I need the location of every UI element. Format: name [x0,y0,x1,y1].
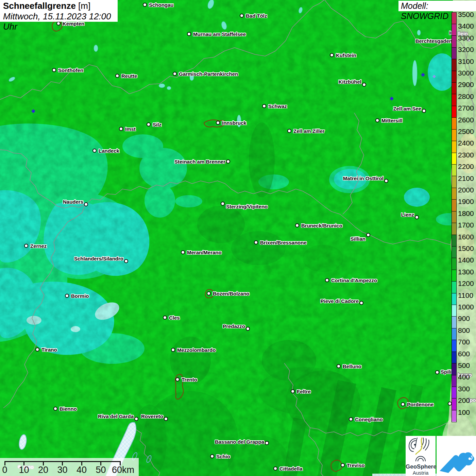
city-dot [221,202,225,206]
city-dot [330,53,334,57]
city-label: Landeck [99,148,119,154]
scale-bar-label: 50 [96,465,106,475]
city-label: Garmisch-Partenkirchen [179,71,238,77]
title-box: Schneefallgrenze [m] Mittwoch, 15.11.202… [0,0,118,22]
scale-bar-label: 10 [19,465,29,475]
colorbar-segment [452,94,456,106]
city-label: Lienz [401,212,414,218]
colorbar-segment [452,153,456,165]
city-label: Rovereto [141,413,163,419]
geosphere-name: GeoSphere [406,464,436,470]
city-dot [216,121,220,125]
geosphere-country: Austria [406,470,436,476]
city-label: Bienno [60,406,77,412]
city-label: Belluno [343,363,361,369]
city-dot [349,417,353,421]
colorbar-segment [452,317,456,328]
scale-bar-label: 20 [38,465,48,475]
city-dot [207,291,211,295]
city-label: Bormio [71,293,89,299]
city-label: Schwaz [268,103,287,109]
city-label: Kufstein [336,52,356,58]
city-label: Zell am Ziller [293,128,325,134]
geosphere-logo[interactable]: GeoSphere Austria [406,436,436,476]
colorbar-segment [452,165,456,176]
city-dot [119,127,123,131]
city-dot [24,244,28,248]
colorbar-segment [452,13,456,24]
city-label: Matrei in Osttirol [343,175,384,181]
colorbar-segment [452,211,456,223]
colorbar-segment [452,235,456,247]
city-dot [337,364,341,368]
colorbar-segment [452,258,456,270]
colorbar-segment [452,176,456,188]
city-label: Kitzbühel [339,79,362,85]
colorbar-segment [452,340,456,352]
city-dot [265,441,269,445]
partner-logo[interactable] [437,436,476,476]
colorbar-segment [452,130,456,141]
city-label: Nauders [63,199,83,205]
city-dot [65,294,69,298]
city-dot [273,466,277,471]
city-label: Bruneck/Brunico [301,223,342,228]
colorbar [452,12,457,422]
city-dot [187,32,191,36]
city-dot [115,74,119,78]
city-label: Schongau [149,2,174,8]
city-label: Cittadella [279,466,303,472]
city-label: Zernez [30,243,47,249]
city-label: Brixen/Bressanone [260,240,307,245]
city-label: Cles [169,315,180,321]
colorbar-segment [452,48,456,59]
city-dot [240,14,244,18]
colorbar-segment [452,270,456,282]
city-label-layer: SchongauBad TölzKemptenMurnau am Staffel… [0,0,476,476]
city-label: Innsbruck [222,120,247,126]
city-label: Pieve di Cadore [320,298,359,304]
colorbar-segment [452,363,456,375]
colorbar-segment [452,410,456,422]
city-dot [163,316,167,320]
city-label: Reutte [121,73,137,79]
city-label: Mittersill [381,118,403,123]
city-dot [164,417,168,421]
colorbar-segment [452,106,456,118]
colorbar-segment [452,223,456,235]
scale-bar-label: 40 [76,465,87,475]
city-label: Sterzing/Vipiteno [226,204,268,209]
city-dot [362,83,366,87]
geosphere-swirl-icon [406,436,436,463]
city-label: Bad Tölz [246,13,267,19]
city-label: Sonthofen [58,67,83,73]
city-label: Feltre [297,389,311,394]
title-unit: [m] [76,1,90,11]
colorbar-segment [452,305,456,317]
city-dot [210,454,214,458]
city-dot [466,38,471,42]
colorbar-segment [452,375,456,387]
colorbar-segment [452,71,456,83]
scale-bar-label: 60km [112,465,134,475]
model-label: Modell: SNOWGRID [398,1,476,11]
city-dot [422,109,426,113]
city-dot [52,68,56,72]
colorbar-segment [452,118,456,129]
city-dot [287,129,291,133]
city-label-fragment: bergo [458,372,472,378]
city-label: Trento [182,377,197,382]
city-dot [384,179,388,183]
city-dot [254,240,258,244]
city-label: Spili [441,369,452,375]
city-dot [291,389,295,393]
colorbar-segment [452,352,456,363]
city-label-fragment: ipo [468,397,476,403]
colorbar-segment [452,36,456,47]
colorbar-segment [452,328,456,340]
city-dot [92,149,97,153]
city-label: Schlanders/Silandro [74,256,123,261]
city-dot [415,215,419,219]
city-label: Pordenone [407,402,434,407]
scale-bar-label: 30 [57,465,67,475]
